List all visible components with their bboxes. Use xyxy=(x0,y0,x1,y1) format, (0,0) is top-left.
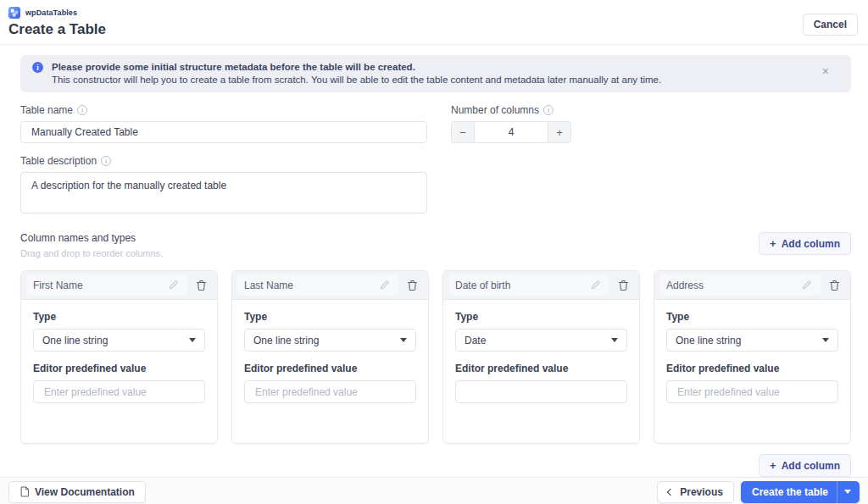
cancel-button[interactable]: Cancel xyxy=(803,14,858,36)
predefined-value-input[interactable] xyxy=(244,380,416,403)
page-footer: View Documentation Previous Create the t… xyxy=(0,477,868,504)
delete-column-button[interactable] xyxy=(827,278,842,293)
caret-down-icon xyxy=(844,490,851,494)
column-name: Date of birth xyxy=(455,280,510,291)
column-type-select[interactable]: Date xyxy=(455,329,627,352)
column-name-field[interactable]: First Name xyxy=(26,274,187,296)
info-banner-text: Please provide some initial structure me… xyxy=(52,61,661,86)
predefined-value-label: Editor predefined value xyxy=(33,363,205,374)
column-card-body: Type Date Editor predefined value xyxy=(443,300,639,414)
page-title: Create a Table xyxy=(8,21,858,38)
chevron-left-icon xyxy=(667,488,674,495)
create-table-label: Create the table xyxy=(741,481,837,503)
document-icon xyxy=(19,486,30,497)
brand: wpDataTables xyxy=(8,7,858,19)
column-cards: First Name Type One line string xyxy=(20,270,851,444)
create-table-dropdown-toggle[interactable] xyxy=(837,481,860,503)
info-banner-subtitle: This constructor will help you to create… xyxy=(52,74,661,86)
column-name-field[interactable]: Address xyxy=(659,274,821,296)
predefined-value-input[interactable] xyxy=(666,380,838,403)
column-card-header: Last Name xyxy=(232,271,428,300)
predefined-value-input[interactable] xyxy=(33,380,205,403)
predefined-value-label: Editor predefined value xyxy=(455,363,627,374)
column-type-select[interactable]: One line string xyxy=(33,329,205,352)
brand-name: wpDataTables xyxy=(25,8,77,17)
table-description-input[interactable]: A description for the manually created t… xyxy=(20,172,427,213)
column-card: Date of birth Type Date Edit xyxy=(442,270,640,444)
predefined-value-label: Editor predefined value xyxy=(666,363,838,374)
column-name-field[interactable]: Date of birth xyxy=(448,274,609,296)
table-name-info-icon: i xyxy=(77,105,87,115)
columns-count-info-icon: i xyxy=(543,105,554,115)
page-header: wpDataTables Create a Table Cancel xyxy=(0,0,868,45)
columns-count-value[interactable]: 4 xyxy=(475,122,548,142)
decrement-button[interactable]: − xyxy=(452,122,475,142)
trash-icon xyxy=(618,280,629,291)
column-name-field[interactable]: Last Name xyxy=(237,274,398,296)
column-type-value: One line string xyxy=(42,335,108,346)
caret-down-icon xyxy=(400,338,407,342)
column-name: Last Name xyxy=(244,280,293,291)
caret-down-icon xyxy=(611,338,618,342)
plus-icon: + xyxy=(770,237,776,250)
pencil-icon xyxy=(168,280,179,291)
edit-column-button[interactable] xyxy=(588,278,603,292)
column-card-header: First Name xyxy=(21,271,217,300)
info-banner: i Please provide some initial structure … xyxy=(20,55,851,92)
pencil-icon xyxy=(801,280,812,291)
caret-down-icon xyxy=(822,338,829,342)
view-documentation-button[interactable]: View Documentation xyxy=(8,481,146,503)
column-type-select[interactable]: One line string xyxy=(244,329,416,352)
column-card-body: Type One line string Editor predefined v… xyxy=(232,300,428,414)
column-card: Address Type One line string xyxy=(654,270,851,444)
add-column-button-top[interactable]: + Add column xyxy=(759,232,851,255)
plus-icon: + xyxy=(770,459,776,472)
column-card-body: Type One line string Editor predefined v… xyxy=(21,300,217,414)
columns-count-stepper: − 4 + xyxy=(451,121,571,143)
delete-column-button[interactable] xyxy=(194,278,209,293)
form-area: Table name i Number of columns i − 4 + xyxy=(0,92,868,477)
table-description-block: Table description i A description for th… xyxy=(20,155,851,217)
type-label: Type xyxy=(244,311,416,323)
table-name-label: Table name i xyxy=(20,104,427,116)
info-banner-title: Please provide some initial structure me… xyxy=(52,61,661,74)
caret-down-icon xyxy=(189,338,196,342)
previous-button[interactable]: Previous xyxy=(657,481,734,503)
column-card-body: Type One line string Editor predefined v… xyxy=(654,300,850,414)
create-table-page: wpDataTables Create a Table Cancel i Ple… xyxy=(0,0,868,504)
column-type-value: One line string xyxy=(253,335,319,346)
table-description-info-icon: i xyxy=(101,156,111,166)
columns-section-title: Column names and types xyxy=(20,232,759,244)
wpdatatables-logo-icon xyxy=(8,7,20,19)
edit-column-button[interactable] xyxy=(377,278,392,292)
predefined-value-input[interactable] xyxy=(455,380,627,403)
column-name: First Name xyxy=(33,280,83,291)
close-icon[interactable]: × xyxy=(822,65,829,77)
edit-column-button[interactable] xyxy=(166,278,181,292)
columns-count-label: Number of columns i xyxy=(451,104,571,116)
columns-count-block: Number of columns i − 4 + xyxy=(451,104,571,143)
increment-button[interactable]: + xyxy=(548,122,570,142)
trash-icon xyxy=(829,280,840,291)
delete-column-button[interactable] xyxy=(616,278,631,293)
trash-icon xyxy=(407,280,418,291)
type-label: Type xyxy=(33,311,205,323)
delete-column-button[interactable] xyxy=(405,278,420,293)
table-name-input[interactable] xyxy=(20,121,427,143)
pencil-icon xyxy=(590,280,601,291)
add-column-button-bottom[interactable]: + Add column xyxy=(759,454,851,477)
column-card: Last Name Type One line string xyxy=(231,270,429,444)
info-icon: i xyxy=(32,62,43,73)
pencil-icon xyxy=(379,280,390,291)
edit-column-button[interactable] xyxy=(799,278,814,292)
column-name: Address xyxy=(666,280,704,291)
column-type-value: Date xyxy=(465,335,486,346)
create-table-button[interactable]: Create the table xyxy=(741,481,860,503)
trash-icon xyxy=(196,280,207,291)
predefined-value-label: Editor predefined value xyxy=(244,363,416,374)
columns-drag-hint: Drag and drop to reorder columns. xyxy=(20,248,759,258)
type-label: Type xyxy=(455,311,627,323)
column-type-select[interactable]: One line string xyxy=(666,329,838,352)
table-name-block: Table name i xyxy=(20,104,427,143)
column-type-value: One line string xyxy=(676,335,741,346)
